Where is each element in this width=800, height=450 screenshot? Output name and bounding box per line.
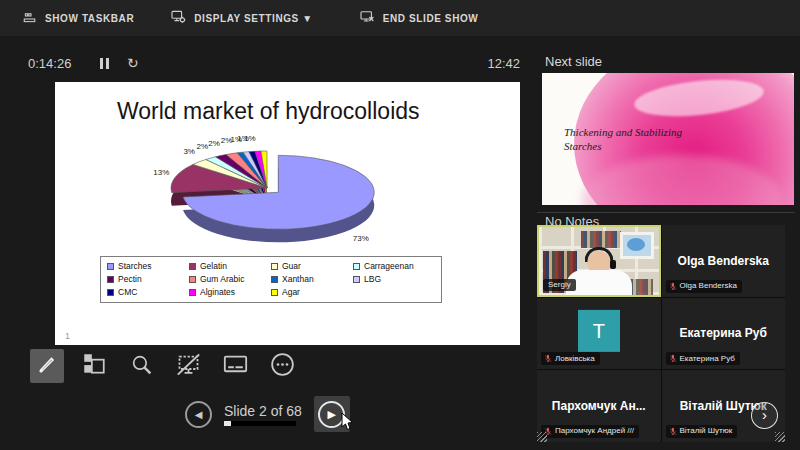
participant-name-tag: Sergiy bbox=[543, 279, 576, 291]
participant-tile[interactable]: Olga Benderska Olga Benderska bbox=[662, 225, 786, 297]
legend-swatch bbox=[107, 289, 114, 296]
panel-divider bbox=[537, 212, 795, 213]
wall-art bbox=[620, 232, 654, 259]
prev-arrow-icon: ◀ bbox=[195, 409, 203, 420]
legend-label: Gelatin bbox=[200, 261, 227, 272]
participant-name-tag: Екатерина Руб bbox=[666, 352, 740, 365]
headset-earcup bbox=[610, 260, 616, 269]
end-slide-show-button[interactable]: END SLIDE SHOW bbox=[359, 9, 479, 27]
avatar-letter-box: T bbox=[578, 310, 620, 352]
pen-icon bbox=[35, 352, 59, 380]
legend-swatch bbox=[107, 263, 114, 270]
subtitles-button[interactable] bbox=[218, 349, 252, 383]
chart-legend: StarchesGelatinGuarCarrageenanPectinGum … bbox=[100, 256, 442, 303]
end-slide-show-icon bbox=[359, 9, 375, 27]
participant-tile[interactable]: Пархомчук Ан... Пархомчук Андрей /// bbox=[537, 370, 661, 442]
legend-item: Starches bbox=[107, 261, 189, 272]
next-slide-caption: Thickening and Stabilizing Starches bbox=[564, 125, 684, 154]
legend-item: Alginates bbox=[189, 287, 271, 298]
previous-slide-button[interactable]: ◀ bbox=[185, 401, 212, 428]
pie-percent-label: 3% bbox=[183, 147, 195, 156]
legend-item: Guar bbox=[271, 261, 353, 272]
participant-tile[interactable]: T Ловківська bbox=[537, 298, 661, 370]
pie-percent-label: 2% bbox=[197, 142, 209, 151]
mouse-cursor bbox=[341, 412, 354, 435]
participant-name-tag: Пархомчук Андрей /// bbox=[541, 425, 639, 438]
participant-tile-video[interactable]: Sergiy bbox=[537, 225, 661, 297]
more-options-button[interactable] bbox=[265, 349, 299, 383]
participant-tile[interactable]: Віталій Шутюк Віталій Шутюк › bbox=[662, 370, 786, 442]
muted-mic-icon bbox=[669, 282, 677, 291]
pause-timer-button[interactable] bbox=[100, 58, 109, 69]
legend-swatch bbox=[271, 263, 278, 270]
legend-item: Pectin bbox=[107, 274, 189, 285]
see-all-slides-button[interactable] bbox=[77, 349, 111, 383]
legend-label: Guar bbox=[282, 261, 301, 272]
slide-counter-block: Slide 2 of 68 bbox=[224, 403, 302, 426]
legend-label: Alginates bbox=[200, 287, 235, 298]
legend-item: Gelatin bbox=[189, 261, 271, 272]
zoom-slide-button[interactable] bbox=[124, 349, 158, 383]
clock-time: 12:42 bbox=[487, 56, 520, 71]
restart-timer-button[interactable]: ↻ bbox=[127, 55, 139, 71]
pie-percent-label: 73% bbox=[353, 234, 369, 243]
next-arrow-icon: ▶ bbox=[328, 408, 336, 421]
participant-name-tag: Ловківська bbox=[541, 352, 600, 365]
legend-label: Starches bbox=[118, 261, 152, 272]
legend-item: CMC bbox=[107, 287, 189, 298]
next-slide-label: Next slide bbox=[545, 54, 602, 69]
top-bar: SHOW TASKBAR DISPLAY SETTINGS ▼ END SLID… bbox=[0, 0, 800, 36]
chevron-right-icon: › bbox=[762, 407, 767, 422]
magnifier-icon bbox=[129, 352, 154, 381]
legend-item: Xanthan bbox=[271, 274, 353, 285]
display-settings-label: DISPLAY SETTINGS ▼ bbox=[194, 13, 313, 24]
display-settings-icon bbox=[170, 9, 186, 27]
participants-next-page-button[interactable]: › bbox=[751, 402, 778, 429]
blank-screen-icon bbox=[175, 351, 202, 382]
muted-mic-icon bbox=[544, 354, 552, 363]
resize-handle-right[interactable] bbox=[775, 432, 785, 442]
legend-label: Xanthan bbox=[282, 274, 314, 285]
elapsed-timer: 0:14:26 bbox=[28, 56, 86, 71]
presenter-toolbar bbox=[30, 349, 299, 383]
slide-progress-bar bbox=[224, 421, 296, 426]
participant-name-tag: Віталій Шутюк bbox=[666, 425, 738, 438]
legend-swatch bbox=[189, 289, 196, 296]
legend-label: CMC bbox=[118, 287, 137, 298]
slide-grid-icon bbox=[81, 351, 107, 381]
black-screen-button[interactable] bbox=[171, 349, 205, 383]
end-slide-show-label: END SLIDE SHOW bbox=[383, 13, 479, 24]
legend-swatch bbox=[353, 263, 360, 270]
display-settings-button[interactable]: DISPLAY SETTINGS ▼ bbox=[170, 9, 313, 27]
legend-swatch bbox=[189, 263, 196, 270]
legend-label: Agar bbox=[282, 287, 300, 298]
slide-navigation: ◀ Slide 2 of 68 ▶ bbox=[185, 396, 350, 432]
presenter-view: SHOW TASKBAR DISPLAY SETTINGS ▼ END SLID… bbox=[0, 0, 800, 450]
legend-item: LBG bbox=[353, 274, 435, 285]
slide-counter: Slide 2 of 68 bbox=[224, 403, 302, 419]
pie-percent-label: 13% bbox=[153, 168, 169, 177]
pie-percent-label: 2% bbox=[208, 139, 220, 148]
subtitles-icon bbox=[222, 351, 249, 382]
participant-tile[interactable]: Екатерина Руб Екатерина Руб bbox=[662, 298, 786, 370]
legend-swatch bbox=[353, 276, 360, 283]
legend-swatch bbox=[271, 276, 278, 283]
legend-label: LBG bbox=[364, 274, 381, 285]
taskbar-icon bbox=[22, 10, 37, 27]
next-slide-thumbnail[interactable]: Thickening and Stabilizing Starches bbox=[542, 73, 794, 205]
ellipsis-icon bbox=[269, 351, 296, 382]
current-slide: World market of hydrocolloids 73%13%3%2%… bbox=[55, 82, 520, 345]
resize-handle-left[interactable] bbox=[537, 432, 547, 442]
slide-page-number: 1 bbox=[65, 331, 70, 341]
legend-label: Gum Arabic bbox=[200, 274, 244, 285]
show-taskbar-button[interactable]: SHOW TASKBAR bbox=[22, 10, 134, 27]
pie-chart: 73%13%3%2%2%2%1%1%1% bbox=[55, 82, 520, 345]
legend-swatch bbox=[107, 276, 114, 283]
muted-mic-icon bbox=[669, 427, 677, 436]
pen-tool-button[interactable] bbox=[30, 349, 64, 383]
books bbox=[581, 231, 621, 248]
slide-progress-fill bbox=[224, 421, 231, 426]
show-taskbar-label: SHOW TASKBAR bbox=[45, 13, 134, 24]
legend-swatch bbox=[189, 276, 196, 283]
timer-row: 0:14:26 ↻ 12:42 bbox=[28, 52, 520, 74]
